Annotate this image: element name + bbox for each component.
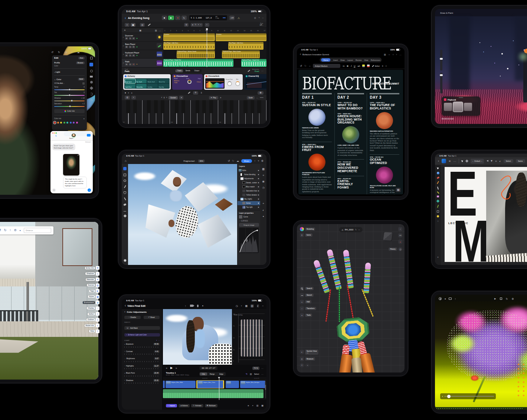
style-brush-icon[interactable]: ☼: [309, 65, 311, 67]
back-icon[interactable]: ‹: [300, 53, 301, 56]
traffic-close[interactable]: [52, 132, 53, 134]
tab-review[interactable]: Review: [356, 59, 361, 61]
eye-icon[interactable]: [258, 203, 259, 204]
number-list-icon[interactable]: ≡: [386, 65, 387, 67]
bullet-list-icon[interactable]: ≡: [382, 65, 383, 67]
undo-icon[interactable]: ↺: [51, 51, 53, 53]
automation-pencil-icon[interactable]: [248, 70, 250, 72]
home-icon[interactable]: ⌂: [342, 229, 343, 231]
font-name-select[interactable]: Antipol Medium: [313, 64, 340, 68]
panel-display[interactable]: Display○: [87, 306, 99, 310]
layer-row-curve-selected[interactable]: Curve: [238, 201, 260, 205]
octave-up-icon[interactable]: ›: [166, 96, 167, 99]
node-tool-icon[interactable]: [465, 160, 468, 163]
media-icon[interactable]: ▥: [251, 304, 254, 308]
layer-row-topright[interactable]: Top right: [238, 205, 260, 209]
layer-row-edits[interactable]: Edits: [238, 168, 260, 173]
skip-fwd-icon[interactable]: »: [176, 367, 177, 370]
layer-row-sweat[interactable]: Sweat...ooster: [238, 181, 260, 185]
document-title-menu[interactable]: Fragmented⌄: [183, 160, 196, 162]
panel-tags[interactable]: Tags▶: [89, 289, 99, 293]
close-icon[interactable]: ×: [83, 118, 85, 120]
eye-icon[interactable]: [258, 178, 259, 179]
copy-icon[interactable]: ▥: [250, 373, 252, 375]
vector-brush-icon[interactable]: [436, 177, 439, 179]
document-title[interactable]: Biofacture Innovation Summit: [302, 53, 329, 56]
controls-gear-button[interactable]: ⚙: [193, 91, 198, 95]
layer-row-adjustments[interactable]: Adjustments: [238, 177, 260, 181]
panel-soften[interactable]: Soften◐: [88, 312, 99, 316]
sync-icon[interactable]: ↻: [355, 229, 357, 231]
crop-icon[interactable]: [90, 57, 93, 59]
play-gesture-button[interactable]: ▶Play: [209, 96, 219, 99]
scale-button[interactable]: Scale: [247, 96, 255, 99]
document-page[interactable]: BIOFACTURE INNOVATION SUMMIT DAY 1 2PM —…: [298, 70, 403, 194]
tint-slider[interactable]: [54, 95, 85, 96]
color-swatch-yellow[interactable]: [60, 122, 62, 124]
panel-styles[interactable]: Styles▦: [88, 295, 99, 299]
panel-materials[interactable]: Materials●: [86, 278, 99, 281]
underline-button[interactable]: U: [354, 65, 355, 67]
fill-tool-icon[interactable]: [436, 200, 439, 203]
select-button[interactable]: Select: [254, 373, 259, 375]
eye-icon[interactable]: [258, 198, 259, 200]
more-icon[interactable]: …: [399, 53, 402, 56]
section-view-tool[interactable]: ◐Section ViewOff: [300, 350, 318, 355]
piano-black-key[interactable]: [133, 100, 137, 113]
tab-draw[interactable]: Draw: [340, 59, 345, 61]
brush-size-slider[interactable]: [440, 50, 442, 70]
reset-button[interactable]: ↺Reset: [144, 316, 160, 319]
play-icon[interactable]: ▶: [170, 367, 173, 370]
alchemy-pad[interactable]: Motion Pad: [158, 79, 169, 83]
eye-icon[interactable]: [258, 207, 259, 208]
lens-icon[interactable]: [90, 81, 93, 83]
color-mix-button[interactable]: Color mix: [54, 109, 85, 113]
camera-icon[interactable]: [190, 305, 193, 307]
disable-clip-icon[interactable]: ×: [252, 404, 253, 407]
select-button[interactable]: Select: [504, 159, 513, 163]
cycle-button[interactable]: ↻: [181, 16, 187, 20]
notifications-icon[interactable]: ●: [20, 229, 21, 232]
history-icon[interactable]: ◷: [65, 51, 67, 53]
keyboard-mode-icon[interactable]: ▥: [125, 96, 130, 99]
isolate-icon[interactable]: ×: [300, 363, 304, 367]
tab-output[interactable]: Output: [193, 69, 202, 72]
pen-tool-icon[interactable]: [437, 187, 439, 190]
bar-ruler[interactable]: 1234567891011121314151617: [163, 28, 266, 33]
color-swatch-purple[interactable]: [73, 122, 75, 124]
lock-icon[interactable]: ■: [445, 298, 446, 300]
export-icon[interactable]: ↑: [9, 229, 11, 232]
color-swatch-orange[interactable]: [57, 122, 59, 124]
split-icon[interactable]: ▦: [261, 404, 264, 407]
brush-opacity-slider[interactable]: [440, 73, 442, 93]
solo-button[interactable]: S: [129, 54, 132, 57]
arrange-area[interactable]: 1234567891011121314151617 Drummer Drumme…: [163, 28, 266, 67]
timeline-playhead[interactable]: [219, 377, 219, 400]
help-icon[interactable]: ?: [258, 160, 259, 162]
piano-black-key[interactable]: [154, 100, 158, 113]
contrast-slider[interactable]: ◐Contrast4.41: [124, 350, 160, 355]
share-button[interactable]: Share: [241, 159, 252, 163]
style-value[interactable]: Clean: [197, 81, 201, 83]
light-section-row[interactable]: ›Light: [52, 70, 87, 74]
trash-icon[interactable]: ■: [131, 92, 132, 94]
masking-icon[interactable]: [89, 63, 93, 66]
add-track-icon[interactable]: +: [124, 29, 126, 32]
region-pads-2[interactable]: Keyboard Player - Simple Pad: [241, 59, 266, 67]
eye-icon[interactable]: [258, 186, 259, 187]
solo-button[interactable]: S: [129, 37, 132, 40]
project-title[interactable]: An Evening Song: [128, 17, 150, 19]
minimize-icon[interactable]: −: [262, 305, 264, 307]
scrubber-handle[interactable]: [447, 395, 451, 398]
italic-button[interactable]: I: [351, 65, 351, 67]
voiceover-icon[interactable]: ●: [202, 305, 203, 307]
project-title[interactable]: Video Final Edit: [127, 305, 145, 307]
close-icon[interactable]: ×: [437, 256, 439, 258]
alchemy-pad[interactable]: Synth Pluck: [125, 84, 136, 88]
clip-skyline-close-selected[interactable]: Skyline_Blue_Close: [196, 380, 224, 388]
share-icon[interactable]: ↑: [396, 53, 397, 56]
back-grid-icon[interactable]: ‹: [438, 160, 439, 163]
playhead[interactable]: [207, 28, 207, 67]
highlights-slider[interactable]: ○Highlights11.27: [124, 365, 160, 370]
photo-attachment[interactable]: ×: [63, 154, 79, 175]
